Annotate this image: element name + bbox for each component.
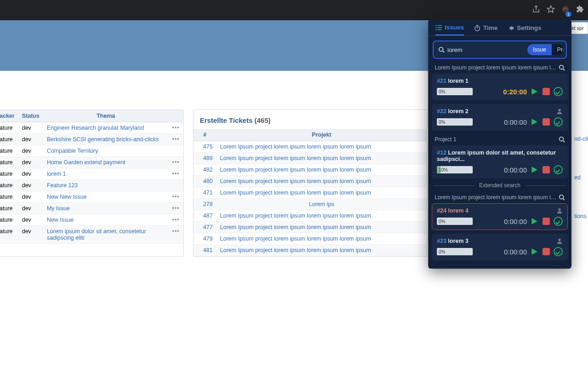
stop-button[interactable] bbox=[542, 247, 551, 256]
play-button[interactable] bbox=[530, 217, 539, 226]
row-menu[interactable]: ••• bbox=[169, 122, 183, 134]
done-button[interactable] bbox=[554, 217, 563, 226]
group-search-icon[interactable] bbox=[559, 194, 565, 201]
issue-card[interactable]: #22 lorem 2 0% 0:00:00 bbox=[432, 104, 568, 131]
table-row[interactable]: 471Lorem Ipsum project lorem ipsum lorem… bbox=[193, 187, 427, 199]
col-projekt[interactable]: Projekt bbox=[216, 129, 427, 141]
issue-link[interactable]: Compatible Territory bbox=[47, 148, 98, 154]
table-row[interactable]: 479Lorem Ipsum project lorem ipsum lorem… bbox=[193, 233, 427, 245]
issue-link[interactable]: lorem 1 bbox=[47, 171, 66, 177]
col-tracker[interactable]: acker bbox=[0, 110, 18, 122]
issue-link[interactable]: New Issue bbox=[47, 217, 74, 223]
search-input[interactable] bbox=[447, 46, 525, 53]
table-row[interactable]: 481Lorem Ipsum project lorem ipsum lorem… bbox=[193, 245, 427, 256]
edge-link[interactable]: tions bbox=[574, 206, 588, 226]
issue-ref[interactable]: #22 lorem 2 bbox=[437, 108, 469, 115]
project-link[interactable]: Lorem Ipsum project lorem ipsum lorem ip… bbox=[220, 247, 371, 253]
table-row[interactable]: aturedevMy Issue••• bbox=[0, 203, 183, 214]
table-row[interactable]: aturedevLorem ipsum dolor sit amet, cons… bbox=[0, 226, 183, 244]
table-row[interactable]: 477Lorem Ipsum project lorem ipsum lorem… bbox=[193, 222, 427, 233]
done-button[interactable] bbox=[554, 165, 563, 174]
play-button[interactable] bbox=[530, 165, 539, 174]
issue-card[interactable]: #24 lorem 4 0% 0:00:00 bbox=[432, 203, 568, 230]
project-link[interactable]: Lorem Ipsum project lorem ipsum lorem ip… bbox=[220, 155, 371, 161]
tab-issues[interactable]: Issues bbox=[435, 24, 464, 35]
puzzle-icon[interactable] bbox=[576, 5, 584, 15]
row-menu[interactable]: ••• bbox=[169, 191, 183, 203]
row-menu[interactable] bbox=[169, 145, 183, 157]
issue-num[interactable]: 475 bbox=[193, 141, 216, 153]
issue-num[interactable]: 471 bbox=[193, 187, 216, 199]
issue-num[interactable]: 278 bbox=[193, 199, 216, 210]
project-link[interactable]: Lorem Ipsum project lorem ipsum lorem ip… bbox=[220, 144, 371, 150]
table-row[interactable]: 482Lorem Ipsum project lorem ipsum lorem… bbox=[193, 164, 427, 176]
row-menu[interactable] bbox=[169, 180, 183, 191]
issue-num[interactable]: 480 bbox=[193, 176, 216, 187]
issue-link[interactable]: Engineer Research granular Maryland bbox=[47, 125, 144, 131]
stop-button[interactable] bbox=[542, 87, 551, 96]
share-icon[interactable] bbox=[532, 5, 540, 15]
table-row[interactable]: aturedevNew New Issue••• bbox=[0, 191, 183, 203]
table-row[interactable]: aturedevHome Garden extend payment••• bbox=[0, 157, 183, 168]
tab-time[interactable]: Time bbox=[474, 24, 498, 35]
issue-num[interactable]: 479 bbox=[193, 233, 216, 245]
table-row[interactable]: aturedevBerkshire SCSI generating bricks… bbox=[0, 134, 183, 145]
play-button[interactable] bbox=[530, 87, 539, 96]
issue-link[interactable]: Home Garden extend payment bbox=[47, 159, 125, 166]
done-button[interactable] bbox=[554, 87, 563, 96]
done-button[interactable] bbox=[554, 247, 563, 256]
project-link[interactable]: Lorem ips bbox=[309, 201, 334, 207]
search-scope-toggle[interactable]: Issue Project bbox=[527, 44, 563, 55]
stop-button[interactable] bbox=[542, 117, 551, 126]
issue-ref[interactable]: #23 lorem 3 bbox=[437, 238, 469, 244]
star-icon[interactable] bbox=[547, 5, 555, 15]
table-row[interactable]: aturedevCompatible Territory bbox=[0, 145, 183, 157]
project-link[interactable]: Lorem Ipsum project lorem ipsum lorem ip… bbox=[220, 167, 371, 173]
issue-num[interactable]: 481 bbox=[193, 245, 216, 256]
table-row[interactable]: aturedevNew Issue••• bbox=[0, 214, 183, 226]
row-menu[interactable]: ••• bbox=[169, 226, 183, 244]
tab-settings[interactable]: Settings bbox=[508, 24, 541, 35]
col-thema[interactable]: Thema bbox=[43, 110, 169, 122]
row-menu[interactable]: ••• bbox=[169, 203, 183, 214]
table-row[interactable]: 480Lorem Ipsum project lorem ipsum lorem… bbox=[193, 176, 427, 187]
table-row[interactable]: aturedevlorem 1••• bbox=[0, 168, 183, 180]
issue-num[interactable]: 487 bbox=[193, 210, 216, 222]
row-menu[interactable]: ••• bbox=[169, 214, 183, 226]
row-menu[interactable]: ••• bbox=[169, 134, 183, 145]
issue-ref[interactable]: #12 Lorem ipsum dolor sit amet, consetet… bbox=[437, 150, 563, 162]
table-row[interactable]: 487Lorem Ipsum project lorem ipsum lorem… bbox=[193, 210, 427, 222]
issue-ref[interactable]: #24 lorem 4 bbox=[437, 207, 469, 214]
issue-link[interactable]: Feature 123 bbox=[47, 182, 78, 189]
stop-button[interactable] bbox=[542, 217, 551, 226]
table-row[interactable]: 489Lorem Ipsum project lorem ipsum lorem… bbox=[193, 153, 427, 164]
edge-link[interactable]: nd-cli bbox=[574, 129, 588, 149]
project-link[interactable]: Lorem Ipsum project lorem ipsum lorem ip… bbox=[220, 224, 371, 230]
project-link[interactable]: Lorem Ipsum project lorem ipsum lorem ip… bbox=[220, 213, 371, 219]
issue-card[interactable]: #23 lorem 3 0% 0:00:00 bbox=[432, 234, 568, 260]
project-link[interactable]: Lorem Ipsum project lorem ipsum lorem ip… bbox=[220, 236, 371, 242]
extension-icon[interactable]: 1 bbox=[561, 5, 570, 15]
play-button[interactable] bbox=[530, 247, 539, 256]
issue-link[interactable]: New New Issue bbox=[47, 194, 87, 200]
play-button[interactable] bbox=[530, 117, 539, 126]
edge-link[interactable]: ed bbox=[574, 167, 588, 188]
project-link[interactable]: Lorem Ipsum project lorem ipsum lorem ip… bbox=[220, 178, 371, 184]
issue-num[interactable]: 482 bbox=[193, 164, 216, 176]
done-button[interactable] bbox=[554, 117, 563, 126]
group-search-icon[interactable] bbox=[559, 136, 565, 143]
stop-button[interactable] bbox=[542, 165, 551, 174]
col-num[interactable]: # bbox=[193, 129, 216, 141]
issue-link[interactable]: My Issue bbox=[47, 205, 70, 212]
table-row[interactable]: aturedevEngineer Research granular Maryl… bbox=[0, 122, 183, 134]
col-status[interactable]: Status bbox=[18, 110, 43, 122]
issue-num[interactable]: 477 bbox=[193, 222, 216, 233]
toggle-issue[interactable]: Issue bbox=[527, 44, 552, 55]
issue-link[interactable]: Lorem ipsum dolor sit amet, consetetur s… bbox=[47, 228, 146, 241]
group-search-icon[interactable] bbox=[559, 64, 565, 71]
table-row[interactable]: 475Lorem Ipsum project lorem ipsum lorem… bbox=[193, 141, 427, 153]
table-row[interactable]: aturedevFeature 123 bbox=[0, 180, 183, 191]
issue-num[interactable]: 489 bbox=[193, 153, 216, 164]
issue-link[interactable]: Berkshire SCSI generating bricks-and-cli… bbox=[47, 136, 159, 143]
issue-card[interactable]: #21 lorem 1 0% 0:20:00 bbox=[432, 74, 568, 100]
